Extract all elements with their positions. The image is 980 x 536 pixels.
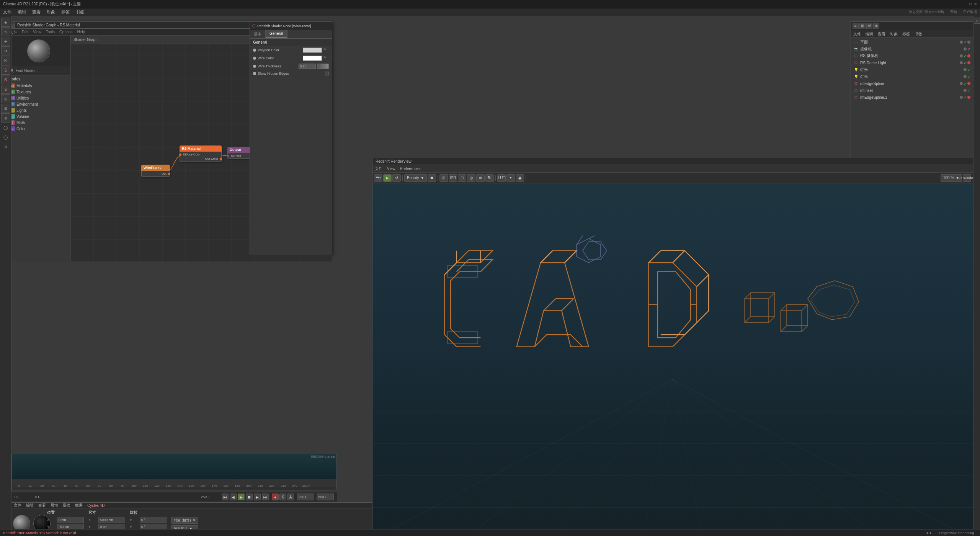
tree-item-color[interactable]: C Color: [9, 126, 69, 132]
scene-item-plane[interactable]: ▭ 平面 ✓: [852, 39, 972, 46]
rv-refresh-btn[interactable]: ↺: [392, 174, 401, 182]
node-output[interactable]: Output Surface: [227, 147, 250, 159]
scene-menu-edit[interactable]: 编辑: [866, 31, 873, 37]
tab-general[interactable]: General: [266, 30, 287, 38]
shader-menu-view[interactable]: View: [33, 30, 41, 34]
rv-fit-window-btn[interactable]: Fit Window: [963, 174, 971, 182]
coord-type-dropdown[interactable]: 对象 (相对) ▼: [171, 517, 198, 524]
btn-prev-frame[interactable]: ◀: [230, 494, 237, 500]
val-pos-x[interactable]: 0 cm: [57, 517, 84, 523]
hidden-edges-checkbox[interactable]: [325, 72, 329, 75]
toolbar-s[interactable]: S: [1, 65, 10, 75]
rv-btn-lut[interactable]: LUT: [497, 174, 506, 182]
wire-color-edit[interactable]: ✎: [323, 56, 329, 61]
rv-btn-ipr[interactable]: IPR: [449, 174, 457, 182]
rv-btn-grid[interactable]: ⊞: [439, 174, 448, 182]
menu-edit[interactable]: 编辑: [18, 9, 26, 15]
toolbar-snap[interactable]: ⊠: [1, 104, 10, 113]
btn-next-frame[interactable]: ▶: [254, 494, 261, 500]
polygon-color-swatch[interactable]: [303, 47, 322, 53]
scene-menu-file[interactable]: 文件: [853, 31, 861, 37]
toolbar-select[interactable]: ↖: [1, 27, 10, 36]
tree-item-textures[interactable]: T Textures: [9, 89, 69, 95]
tab-basic[interactable]: 基本: [250, 30, 266, 38]
scene-item-mtinset[interactable]: ⬡ mtInset ✓: [852, 87, 972, 94]
scene-item-light2[interactable]: 💡 灯光 ✓: [852, 73, 972, 80]
rv-stop-btn[interactable]: ⏹: [428, 174, 436, 182]
rv-btn-region[interactable]: ⊡: [458, 174, 466, 182]
btn-keying[interactable]: K: [279, 494, 286, 500]
bt-hierarchy[interactable]: 层次: [63, 503, 70, 508]
rv-btn-zoom1[interactable]: 🔍: [485, 174, 494, 182]
scene-menu-tag[interactable]: 标签: [902, 31, 910, 37]
scene-menu-bookmark[interactable]: 书签: [915, 31, 922, 37]
scene-tb-btn1[interactable]: ≡: [853, 23, 859, 29]
rv-quality-dropdown[interactable]: Beauty ▼: [404, 174, 427, 182]
scene-item-rs-camera[interactable]: ⬡ RS 摄像机 ✓: [852, 52, 972, 59]
wire-thickness-slider[interactable]: [317, 64, 329, 69]
tree-item-math[interactable]: ∑ Math: [9, 119, 69, 126]
rv-btn-select[interactable]: ◎: [467, 174, 475, 182]
btn-goto-end[interactable]: ⏭: [262, 494, 269, 500]
bt-edit[interactable]: 编辑: [26, 503, 34, 508]
bt-effect[interactable]: 效果: [75, 503, 83, 508]
bt-file[interactable]: 文件: [14, 503, 21, 508]
find-nodes-label[interactable]: Find Nodes...: [16, 69, 38, 73]
rv-render-btn[interactable]: ▶: [383, 174, 392, 182]
rv-btn-bloom[interactable]: ✦: [506, 174, 515, 182]
bt-view[interactable]: 查看: [38, 503, 46, 508]
rv-btn-lens[interactable]: ◉: [516, 174, 524, 182]
val-rot-h[interactable]: 0 °: [140, 517, 167, 523]
scene-item-dome-light[interactable]: ⬡ RS Dome Light ✓: [852, 59, 972, 66]
bt-attr[interactable]: 属性: [51, 503, 58, 508]
toolbar-spiro[interactable]: ⊛: [1, 142, 10, 151]
toolbar-circle1[interactable]: ◯: [1, 123, 10, 132]
rv-snapshot-btn[interactable]: 📷: [374, 174, 382, 182]
toolbar-circle2[interactable]: ◯: [1, 132, 10, 142]
tree-item-utilities[interactable]: U Utilities: [9, 95, 69, 101]
btn-record[interactable]: ●: [272, 494, 279, 500]
tree-item-environment[interactable]: E Environment: [9, 101, 69, 107]
shader-menu-tools[interactable]: Tools: [46, 30, 55, 34]
node-rs-material[interactable]: RS Material Diffuse Color Out Color: [180, 145, 222, 162]
shader-menu-help[interactable]: Help: [77, 30, 85, 34]
rt-btn1[interactable]: ≡: [974, 18, 980, 24]
menu-file[interactable]: 文件: [3, 9, 11, 15]
shader-menu-edit[interactable]: Edit: [22, 30, 28, 34]
toolbar-scale[interactable]: ⇱: [1, 56, 10, 65]
tree-item-materials[interactable]: M Materials: [9, 83, 69, 89]
menu-bookmark[interactable]: 书签: [76, 9, 84, 15]
polygon-color-edit[interactable]: ✎: [323, 47, 329, 53]
wire-color-swatch[interactable]: [303, 56, 322, 61]
rv-btn-fit[interactable]: ⊕: [476, 174, 485, 182]
end-frame-input2[interactable]: [317, 494, 334, 500]
menu-tag[interactable]: 标签: [61, 9, 70, 15]
tree-item-volume[interactable]: V Volume: [9, 113, 69, 119]
toolbar-grid[interactable]: ⊞: [1, 94, 10, 103]
toolbar-axis[interactable]: ⊕: [1, 113, 10, 123]
val-size-x[interactable]: 5000 cm: [98, 517, 125, 523]
scene-menu-object[interactable]: 对象: [890, 31, 898, 37]
menu-object[interactable]: 对象: [47, 9, 55, 15]
scene-tb-btn4[interactable]: ⊕: [873, 23, 879, 29]
scene-item-mtedgespline[interactable]: ⬡ mtEdgeSpline ✓: [852, 80, 972, 87]
scene-tb-btn3[interactable]: ↺: [866, 23, 872, 29]
btn-autokey[interactable]: A: [287, 494, 294, 500]
wire-thickness-input[interactable]: [299, 64, 316, 69]
scene-item-camera[interactable]: 📷 摄像机 ✓: [852, 46, 972, 52]
node-wireframe[interactable]: WireFrame Out: [141, 165, 170, 177]
toolbar-move[interactable]: ✛: [1, 37, 10, 46]
btn-stop[interactable]: ⏹: [246, 494, 253, 500]
tree-item-lights[interactable]: L Lights: [9, 107, 69, 113]
toolbar-s2[interactable]: S: [1, 75, 10, 84]
btn-goto-start[interactable]: ⏮: [222, 494, 229, 500]
scene-menu-view[interactable]: 查看: [878, 31, 885, 37]
rv-menu-view[interactable]: View: [387, 167, 395, 171]
toolbar-s3[interactable]: S: [1, 85, 10, 94]
end-frame-input[interactable]: [297, 494, 314, 500]
btn-play[interactable]: ▶: [238, 494, 245, 500]
rv-menu-prefs[interactable]: Preferences: [400, 167, 421, 171]
menu-view[interactable]: 查看: [32, 9, 41, 15]
scene-item-light1[interactable]: 💡 灯光 ✓: [852, 66, 972, 73]
rv-menu-file[interactable]: 文件: [375, 166, 382, 172]
